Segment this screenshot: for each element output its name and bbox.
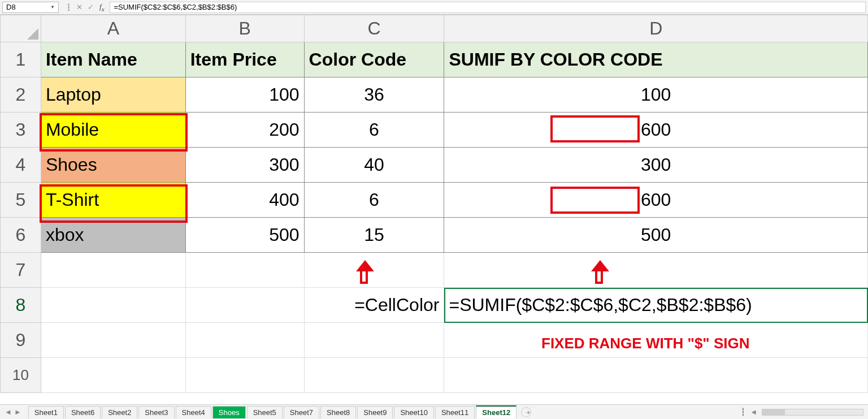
cell-B10[interactable] — [185, 358, 304, 393]
sheet-tab[interactable]: Sheet11 — [435, 406, 475, 418]
row-header-9[interactable]: 9 — [1, 323, 41, 358]
cell-D3[interactable]: 600 — [444, 113, 868, 148]
cell-C7[interactable] — [304, 253, 444, 288]
row-header-4[interactable]: 4 — [1, 148, 41, 183]
sheet-tab-active[interactable]: Sheet12 — [476, 405, 517, 418]
sheet-tab[interactable]: Sheet6 — [65, 406, 101, 418]
horizontal-scrollbar[interactable]: ┇ ◄ — [741, 408, 868, 416]
cell-A3[interactable]: Mobile — [41, 113, 185, 148]
tab-nav-prev-icon[interactable]: ◄ — [5, 408, 12, 416]
cell-C8[interactable]: =CellColor — [304, 288, 444, 323]
cancel-formula-icon[interactable]: ✕ — [73, 3, 85, 11]
scroll-left-icon[interactable]: ◄ — [750, 408, 757, 416]
cell-A8[interactable] — [41, 288, 185, 323]
cell-A10[interactable] — [41, 358, 185, 393]
row-header-10[interactable]: 10 — [1, 358, 41, 393]
formula-bar: D8 ▼ ┇ ✕ ✓ fx =SUMIF($C$2:$C$6,$C2,$B$2:… — [0, 0, 868, 15]
tab-nav: ◄ ► — [5, 408, 21, 416]
cell-D1[interactable]: SUMIF BY COLOR CODE — [444, 42, 868, 77]
divider-icon: ┇ — [741, 408, 745, 416]
sheet-tab[interactable]: Sheet3 — [138, 406, 174, 418]
tab-nav-next-icon[interactable]: ► — [14, 408, 21, 416]
cell-B8[interactable] — [185, 288, 304, 323]
cell-C6[interactable]: 15 — [304, 218, 444, 253]
cell-C1[interactable]: Color Code — [304, 42, 444, 77]
sheet-tab-strip: ◄ ► Sheet1 Sheet6 Sheet2 Sheet3 Sheet4 S… — [0, 404, 868, 419]
cell-A5[interactable]: T-Shirt — [41, 183, 185, 218]
row-header-8[interactable]: 8 — [1, 288, 41, 323]
chevron-down-icon[interactable]: ▼ — [50, 5, 55, 10]
scrollbar-thumb[interactable] — [762, 409, 785, 415]
cell-D4[interactable]: 300 — [444, 148, 868, 183]
formula-input[interactable]: =SUMIF($C$2:$C$6,$C2,$B$2:$B$6) — [110, 2, 866, 13]
cell-C9[interactable] — [304, 323, 444, 358]
row-header-7[interactable]: 7 — [1, 253, 41, 288]
cell-B3[interactable]: 200 — [185, 113, 304, 148]
cell-A9[interactable] — [41, 323, 185, 358]
cell-D8[interactable]: =SUMIF($C$2:$C$6,$C2,$B$2:$B$6) — [444, 288, 868, 323]
cell-D6[interactable]: 500 — [444, 218, 868, 253]
col-header-C[interactable]: C — [304, 15, 444, 42]
fx-icon[interactable]: fx — [99, 2, 104, 12]
cell-C10[interactable] — [304, 358, 444, 393]
cell-B7[interactable] — [185, 253, 304, 288]
select-all-triangle[interactable] — [1, 15, 41, 42]
cell-B4[interactable]: 300 — [185, 148, 304, 183]
cell-C2[interactable]: 36 — [304, 77, 444, 113]
col-header-A[interactable]: A — [41, 15, 185, 42]
sheet-tab[interactable]: Sheet10 — [394, 406, 433, 418]
cell-A2[interactable]: Laptop — [41, 77, 185, 113]
sheet-tab[interactable]: Shoes — [212, 406, 246, 418]
cell-D10[interactable] — [444, 358, 868, 393]
name-box[interactable]: D8 ▼ — [2, 2, 59, 13]
col-header-B[interactable]: B — [185, 15, 304, 42]
cell-D7[interactable] — [444, 253, 868, 288]
cell-C3[interactable]: 6 — [304, 113, 444, 148]
add-sheet-icon[interactable]: + — [521, 407, 531, 417]
cell-B5[interactable]: 400 — [185, 183, 304, 218]
row-header-5[interactable]: 5 — [1, 183, 41, 218]
up-arrow-icon — [592, 260, 608, 286]
sheet-tab[interactable]: Sheet9 — [357, 406, 393, 418]
row-header-3[interactable]: 3 — [1, 113, 41, 148]
row-header-1[interactable]: 1 — [1, 42, 41, 77]
cell-D5[interactable]: 600 — [444, 183, 868, 218]
sheet-tab[interactable]: Sheet7 — [284, 406, 319, 418]
cell-A4[interactable]: Shoes — [41, 148, 185, 183]
cell-C5[interactable]: 6 — [304, 183, 444, 218]
cell-B1[interactable]: Item Price — [185, 42, 304, 77]
col-header-D[interactable]: D — [444, 15, 868, 42]
cell-A6[interactable]: xbox — [41, 218, 185, 253]
scrollbar-track[interactable] — [762, 409, 863, 416]
cell-A1[interactable]: Item Name — [41, 42, 185, 77]
row-header-6[interactable]: 6 — [1, 218, 41, 253]
sheet-tab[interactable]: Sheet5 — [247, 406, 283, 418]
cell-C4[interactable]: 40 — [304, 148, 444, 183]
sheet-tab[interactable]: Sheet8 — [320, 406, 356, 418]
sheet-tab[interactable]: Sheet1 — [28, 406, 64, 418]
cell-A7[interactable] — [41, 253, 185, 288]
cell-D2[interactable]: 100 — [444, 77, 868, 113]
sheet-tab[interactable]: Sheet2 — [102, 406, 137, 418]
cell-B9[interactable] — [185, 323, 304, 358]
up-arrow-icon — [357, 260, 373, 286]
name-box-value: D8 — [6, 3, 16, 11]
cell-B2[interactable]: 100 — [185, 77, 304, 113]
grid-area: A B C D 1 Item Name Item Price Color Cod… — [0, 15, 868, 404]
row-header-2[interactable]: 2 — [1, 77, 41, 113]
accept-formula-icon[interactable]: ✓ — [85, 3, 96, 11]
annotation-text: FIXED RANGE WITH "$" SIGN — [541, 335, 749, 352]
separator-icon: ┇ — [63, 3, 73, 11]
cell-B6[interactable]: 500 — [185, 218, 304, 253]
sheet-tab[interactable]: Sheet4 — [176, 406, 211, 418]
